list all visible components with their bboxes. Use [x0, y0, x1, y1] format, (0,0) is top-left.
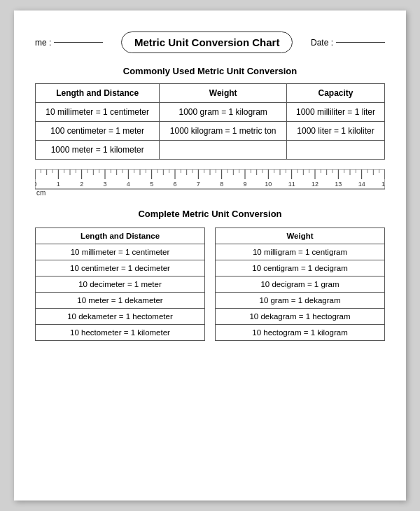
- table-row: 1000 meter = 1 kilometer: [36, 141, 385, 160]
- svg-text:6: 6: [173, 181, 176, 188]
- date-label: Date :: [311, 38, 333, 48]
- svg-text:5: 5: [150, 181, 153, 188]
- list-item: 10 hectogram = 1 kilogram: [216, 325, 385, 341]
- col-header-length: Length and Distance: [36, 84, 160, 103]
- svg-text:8: 8: [220, 181, 223, 188]
- list-item: 10 dekagram = 1 hectogram: [216, 309, 385, 325]
- complete-weight-header: Weight: [216, 228, 385, 244]
- common-section-title: Commonly Used Metric Unit Conversion: [35, 66, 385, 76]
- cell-length-3: 1000 meter = 1 kilometer: [36, 141, 160, 160]
- list-item: 10 hectometer = 1 kilometer: [36, 325, 205, 341]
- complete-tables: Length and Distance 10 millimeter = 1 ce…: [35, 227, 385, 341]
- header-right: Date :: [311, 38, 385, 48]
- table-row: 100 centimeter = 1 meter 1000 kilogram =…: [36, 122, 385, 141]
- complete-length-table: Length and Distance 10 millimeter = 1 ce…: [35, 227, 205, 341]
- list-item: 10 millimeter = 1 centimeter: [36, 244, 205, 260]
- cell-capacity-3: [286, 141, 384, 160]
- ruler-wrap: /* generated in JS below */ 012345678910…: [35, 169, 385, 199]
- svg-text:13: 13: [335, 181, 342, 188]
- list-item: 10 milligram = 1 centigram: [216, 244, 385, 260]
- me-line: [54, 42, 103, 43]
- me-label: me :: [35, 38, 51, 48]
- table-row: 10 millimeter = 1 centimeter 1000 gram =…: [36, 103, 385, 122]
- svg-text:1: 1: [57, 181, 60, 188]
- svg-text:9: 9: [243, 181, 246, 188]
- date-line: [336, 42, 385, 43]
- svg-text:4: 4: [127, 181, 130, 188]
- ruler-svg: /* generated in JS below */ 012345678910…: [35, 169, 385, 196]
- list-item: 10 gram = 1 dekagram: [216, 293, 385, 309]
- list-item: 10 decigram = 1 gram: [216, 276, 385, 293]
- list-item: 10 centigram = 1 decigram: [216, 260, 385, 276]
- cell-weight-2: 1000 kilogram = 1 metric ton: [160, 122, 287, 141]
- header-row: me : Metric Unit Conversion Chart Date :: [35, 31, 385, 53]
- page: me : Metric Unit Conversion Chart Date :…: [14, 10, 406, 500]
- svg-text:14: 14: [358, 181, 365, 188]
- complete-length-header: Length and Distance: [36, 228, 205, 244]
- svg-text:3: 3: [103, 181, 106, 188]
- svg-text:2: 2: [80, 181, 83, 188]
- svg-text:11: 11: [288, 181, 295, 188]
- cell-capacity-2: 1000 liter = 1 kiloliter: [286, 122, 384, 141]
- complete-section-title: Complete Metric Unit Conversion: [35, 209, 385, 219]
- svg-text:12: 12: [312, 181, 318, 188]
- cell-weight-1: 1000 gram = 1 kilogram: [160, 103, 287, 122]
- svg-text:10: 10: [265, 181, 272, 188]
- cell-length-1: 10 millimeter = 1 centimeter: [36, 103, 160, 122]
- page-title: Metric Unit Conversion Chart: [121, 31, 293, 53]
- cell-capacity-1: 1000 milliliter = 1 liter: [286, 103, 384, 122]
- col-header-weight: Weight: [160, 84, 287, 103]
- common-table: Length and Distance Weight Capacity 10 m…: [35, 83, 385, 160]
- cell-length-2: 100 centimeter = 1 meter: [36, 122, 160, 141]
- svg-text:15: 15: [382, 181, 385, 188]
- complete-weight-table: Weight 10 milligram = 1 centigram10 cent…: [215, 227, 385, 341]
- list-item: 10 centimeter = 1 decimeter: [36, 260, 205, 276]
- svg-text:cm: cm: [36, 189, 46, 196]
- list-item: 10 meter = 1 dekameter: [36, 293, 205, 309]
- svg-text:0: 0: [35, 181, 37, 188]
- col-header-capacity: Capacity: [286, 84, 384, 103]
- svg-text:7: 7: [197, 181, 200, 188]
- cell-weight-3: [160, 141, 287, 160]
- header-left: me :: [35, 38, 103, 48]
- list-item: 10 dekameter = 1 hectometer: [36, 309, 205, 325]
- list-item: 10 decimeter = 1 meter: [36, 276, 205, 293]
